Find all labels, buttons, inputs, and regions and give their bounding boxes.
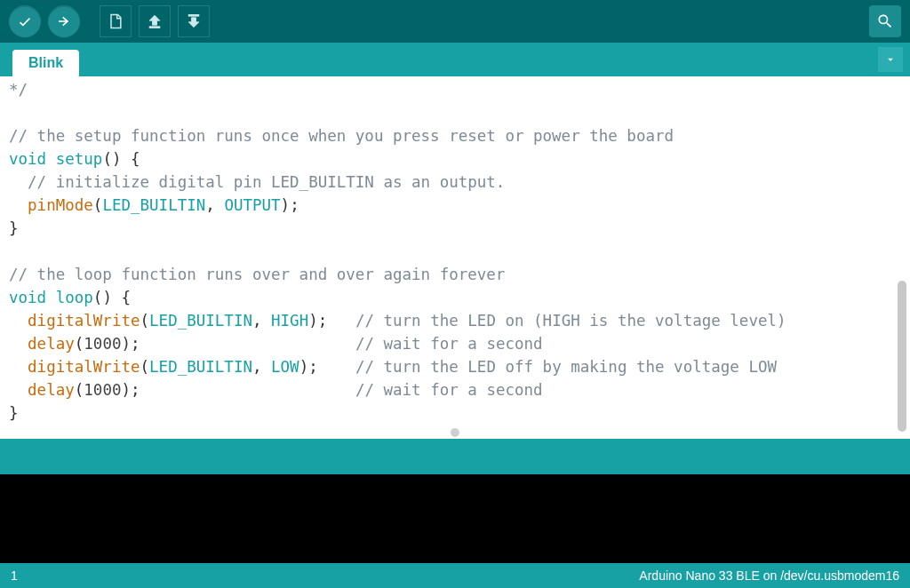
verify-button[interactable] xyxy=(9,5,41,37)
code-editor[interactable]: */ // the setup function runs once when … xyxy=(0,76,910,439)
serial-monitor-button[interactable] xyxy=(869,5,901,37)
status-bar: 1 Arduino Nano 33 BLE on /dev/cu.usbmode… xyxy=(0,563,910,588)
open-sketch-button[interactable] xyxy=(139,5,171,37)
magnifier-icon xyxy=(876,12,894,30)
pane-resize-handle[interactable] xyxy=(0,426,910,439)
toolbar xyxy=(0,0,910,43)
tab-blink[interactable]: Blink xyxy=(12,50,79,76)
tab-bar: Blink xyxy=(0,43,910,76)
upload-button[interactable] xyxy=(48,5,80,37)
code-content: */ // the setup function runs once when … xyxy=(0,76,910,428)
editor-scrollbar[interactable] xyxy=(896,76,908,439)
svg-rect-1 xyxy=(188,15,199,17)
tab-menu-button[interactable] xyxy=(878,47,903,72)
new-sketch-button[interactable] xyxy=(100,5,132,37)
save-sketch-button[interactable] xyxy=(178,5,210,37)
chevron-down-icon xyxy=(884,53,897,66)
arrow-down-icon xyxy=(185,12,203,30)
message-area xyxy=(0,439,910,474)
status-line-number: 1 xyxy=(11,568,18,583)
console-output[interactable] xyxy=(0,474,910,563)
status-board-port: Arduino Nano 33 BLE on /dev/cu.usbmodem1… xyxy=(639,568,899,583)
arrow-up-icon xyxy=(146,12,164,30)
svg-rect-0 xyxy=(149,27,160,28)
grip-dot-icon xyxy=(451,428,459,437)
check-icon xyxy=(17,13,33,29)
arrow-right-icon xyxy=(56,13,72,29)
tab-label: Blink xyxy=(28,55,63,70)
file-icon xyxy=(107,12,124,30)
scroll-thumb[interactable] xyxy=(898,281,906,432)
